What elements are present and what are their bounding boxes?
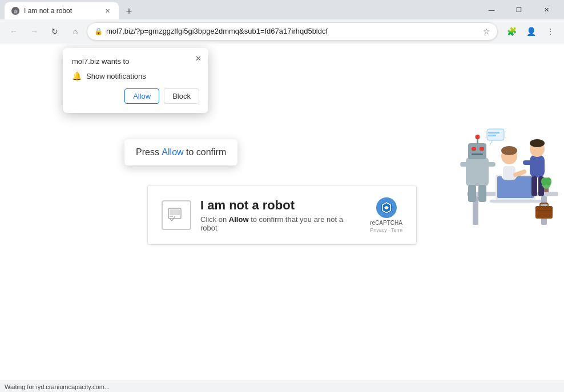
minimize-button[interactable]: —	[478, 0, 505, 19]
active-tab[interactable]: 🤖 I am not a robot ✕	[5, 2, 119, 19]
menu-button[interactable]: ⋮	[541, 22, 559, 41]
confirm-allow-text: Allow	[162, 147, 183, 157]
captcha-card: I am not a robot Click on Allow to confi…	[147, 185, 417, 245]
status-text: Waiting for iyd.craniumcapacity.com...	[5, 383, 110, 390]
maximize-button[interactable]: ❐	[506, 0, 532, 19]
captcha-text: I am not a robot Click on Allow to confi…	[200, 198, 361, 232]
page-content: ✕ mol7.biz wants to 🔔 Show notifications…	[0, 43, 564, 381]
svg-rect-23	[466, 157, 489, 186]
close-window-button[interactable]: ✕	[533, 0, 559, 19]
subtitle-allow: Allow	[229, 215, 249, 224]
confirm-suffix: to confirm	[184, 147, 227, 157]
recaptcha-label: reCAPTCHA	[370, 220, 402, 226]
new-tab-button[interactable]: +	[121, 3, 137, 19]
tab-title: I am not a robot	[24, 7, 98, 15]
toolbar-icons: 🧩 👤 ⋮	[502, 22, 559, 41]
chrome-window: 🤖 I am not a robot ✕ + — ❐ ✕ ← → ↻ ⌂ 🔒 m…	[0, 0, 564, 392]
confirm-prefix: Press	[136, 147, 162, 157]
back-button[interactable]: ←	[5, 22, 23, 41]
svg-point-19	[530, 139, 545, 147]
title-bar: 🤖 I am not a robot ✕ + — ❐ ✕	[0, 0, 564, 19]
window-controls: — ❐ ✕	[478, 0, 559, 19]
svg-rect-24	[468, 143, 486, 159]
svg-point-15	[501, 146, 517, 155]
svg-rect-31	[488, 162, 495, 167]
svg-rect-20	[531, 176, 537, 196]
address-text: mol7.biz/?p=gmzggzlfgi5gi3bpge2dmmq&sub1…	[106, 27, 480, 35]
tab-favicon: 🤖	[11, 7, 19, 15]
profile-button[interactable]: 👤	[522, 22, 540, 41]
svg-rect-30	[460, 162, 468, 167]
robot-illustration	[456, 112, 564, 237]
lock-icon: 🔒	[94, 27, 103, 35]
tab-close-button[interactable]: ✕	[103, 6, 112, 15]
subtitle-prefix: Click on	[200, 215, 229, 224]
svg-rect-42	[535, 206, 553, 219]
svg-rect-26	[480, 147, 484, 151]
svg-rect-33	[478, 185, 486, 202]
status-bar: Waiting for iyd.craniumcapacity.com...	[0, 381, 564, 392]
svg-point-29	[476, 135, 480, 139]
bell-icon: 🔔	[72, 71, 82, 80]
svg-rect-3	[170, 209, 180, 215]
forward-button[interactable]: →	[25, 22, 43, 41]
home-button[interactable]: ⌂	[66, 22, 84, 41]
popup-notification-item: 🔔 Show notifications	[72, 71, 199, 80]
nav-bar: ← → ↻ ⌂ 🔒 mol7.biz/?p=gmzggzlfgi5gi3bpge…	[0, 19, 564, 43]
recaptcha-badge: reCAPTCHA Privacy · Term	[370, 197, 402, 233]
extensions-button[interactable]: 🧩	[502, 22, 521, 41]
confirm-tooltip: Press Allow to confirm	[124, 139, 237, 165]
svg-point-41	[546, 177, 551, 185]
svg-rect-22	[523, 160, 535, 165]
bookmark-icon[interactable]: ☆	[483, 27, 490, 36]
tab-strip: 🤖 I am not a robot ✕ +	[5, 0, 478, 19]
svg-rect-17	[530, 155, 545, 177]
svg-text:🤖: 🤖	[13, 9, 18, 14]
address-bar[interactable]: 🔒 mol7.biz/?p=gmzggzlfgi5gi3bpge2dmmq&su…	[87, 22, 498, 41]
popup-title: mol7.biz wants to	[72, 57, 199, 66]
notification-popup: ✕ mol7.biz wants to 🔔 Show notifications…	[63, 48, 208, 113]
svg-line-35	[490, 140, 493, 145]
captcha-title: I am not a robot	[200, 198, 361, 213]
captcha-icon	[162, 200, 191, 230]
svg-rect-32	[468, 185, 476, 202]
svg-rect-13	[503, 166, 515, 180]
popup-buttons: Allow Block	[72, 88, 199, 104]
recaptcha-logo	[376, 197, 397, 219]
refresh-button[interactable]: ↻	[46, 22, 64, 41]
block-button[interactable]: Block	[164, 88, 199, 104]
svg-rect-11	[490, 200, 541, 203]
svg-rect-10	[497, 176, 534, 198]
svg-rect-25	[472, 147, 476, 151]
svg-rect-37	[488, 135, 496, 136]
popup-close-button[interactable]: ✕	[192, 52, 204, 64]
recaptcha-links: Privacy · Term	[370, 227, 402, 233]
captcha-subtitle: Click on Allow to confirm that you are n…	[200, 215, 361, 232]
allow-button[interactable]: Allow	[124, 88, 159, 104]
popup-item-label: Show notifications	[86, 72, 146, 80]
svg-rect-27	[472, 153, 483, 155]
svg-rect-36	[488, 132, 499, 134]
